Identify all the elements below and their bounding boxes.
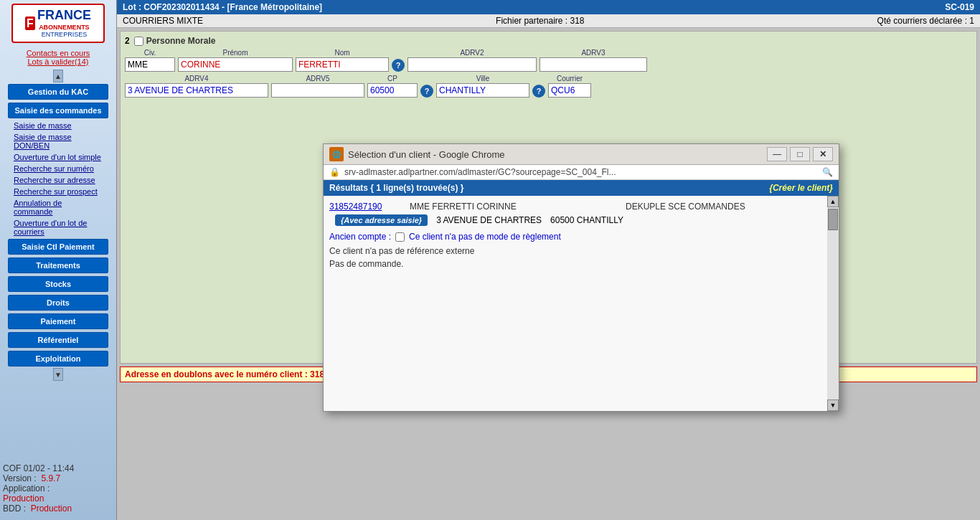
sidebar-bottom-info: COF 01/02 - 11:44 Version : 5.9.7 Applic… — [0, 460, 116, 516]
browser-icon: 🌐 — [329, 147, 344, 161]
gestion-kac-btn[interactable]: Gestion du KAC — [8, 84, 108, 100]
cp-label: CP — [367, 75, 418, 82]
fichier-partenaire: Fichier partenaire : 318 — [496, 16, 584, 26]
help-btn-1[interactable]: ? — [392, 59, 405, 72]
ouverture-lot-courriers-link[interactable]: Ouverture d'un lot de courriers — [8, 217, 108, 237]
logo-abonnements: ABONNEMENTS — [37, 24, 91, 32]
ouverture-lot-link[interactable]: Ouverture d'un lot simple — [8, 151, 108, 163]
address-line1: 3 AVENUE DE CHARTRES — [436, 215, 542, 225]
cof-date: COF 01/02 - 11:44 — [3, 463, 113, 473]
logo: F FRANCE ABONNEMENTS ENTREPRISES — [11, 4, 105, 43]
avec-adresse-btn[interactable]: {Avec adresse saisie} — [335, 214, 428, 226]
traitements-btn[interactable]: Traitements — [8, 257, 108, 273]
ancien-compte-row: Ancien compte : Ce client n'a pas de mod… — [329, 232, 833, 242]
address-line2: 60500 CHANTILLY — [550, 215, 623, 225]
adrv5-label: ADRV5 — [271, 75, 364, 82]
no-reference-text: Ce client n'a pas de référence externe — [329, 246, 833, 256]
no-commande-text: Pas de commande. — [329, 259, 833, 269]
field-row-2: ADRV4 ADRV5 CP ? Ville ? Courrier — [125, 75, 972, 98]
result-id-link[interactable]: 31852487190 — [329, 202, 401, 212]
minimize-btn[interactable]: — — [767, 147, 787, 161]
recherche-adresse-link[interactable]: Recherche sur adresse — [8, 174, 108, 186]
courriers-type: COURRIERS MIXTE — [123, 16, 203, 26]
contacts-link[interactable]: Contacts en cours — [27, 49, 90, 57]
logo-france: FRANCE — [37, 8, 91, 24]
ville-input[interactable] — [436, 83, 529, 98]
cp-group: CP — [367, 75, 418, 98]
results-count: Résultats { 1 ligne(s) trouvée(s) } — [329, 183, 463, 193]
ancien-compte-label: Ancien compte : — [329, 232, 391, 242]
adrv4-group: ADRV4 — [125, 75, 268, 98]
version-label: Version : — [3, 473, 37, 483]
field-row-1: Civ. Prénom Nom ? ADRV2 ADRV3 — [125, 49, 972, 72]
app-value: Production — [3, 493, 44, 504]
scrollbar-up-btn[interactable]: ▲ — [827, 196, 839, 207]
civ-group: Civ. — [125, 49, 175, 72]
top-bar: Lot : COF202302011434 - [France Métropol… — [117, 0, 980, 14]
popup-url-bar: 🔒 srv-adlmaster.adlpartner.com/adlmaster… — [324, 165, 839, 180]
prenom-group: Prénom — [178, 49, 293, 72]
popup-results-header: Résultats { 1 ligne(s) trouvée(s) } {Cré… — [324, 180, 839, 196]
personne-morale-label: Personne Morale — [146, 36, 216, 46]
adrv2-input[interactable] — [407, 57, 537, 72]
nom-input[interactable] — [296, 57, 389, 72]
recherche-numero-link[interactable]: Recherche sur numéro — [8, 163, 108, 174]
adrv5-input[interactable] — [271, 83, 364, 98]
saisie-commandes-btn[interactable]: Saisie des commandes — [8, 103, 108, 118]
adrv4-input[interactable] — [125, 83, 268, 98]
result-name: MME FERRETTI CORINNE — [410, 202, 617, 212]
scrollbar-down-btn[interactable]: ▼ — [827, 400, 839, 411]
url-text: srv-adlmaster.adlpartner.com/adlmaster/G… — [344, 167, 818, 177]
saisie-masse-don-link[interactable]: Saisie de masse DON/BEN — [8, 131, 108, 151]
lot-code: SC-019 — [945, 2, 974, 12]
courrier-input[interactable] — [548, 83, 591, 98]
adrv2-group: ADRV2 — [407, 49, 537, 72]
exploitation-btn[interactable]: Exploitation — [8, 351, 108, 367]
prenom-input[interactable] — [178, 57, 293, 72]
civ-label: Civ. — [125, 49, 175, 57]
app-label: Application : — [3, 483, 50, 493]
row-number: 2 — [125, 36, 130, 46]
nom-group: Nom — [296, 49, 389, 72]
popup-content: 31852487190 MME FERRETTI CORINNE DEKUPLE… — [324, 196, 839, 411]
referentiel-btn[interactable]: Référentiel — [8, 332, 108, 348]
main-content: Lot : COF202302011434 - [France Métropol… — [117, 0, 980, 520]
bdd-value: Production — [31, 504, 72, 514]
qte-courriers: Qté courriers déclarée : 1 — [877, 16, 974, 26]
ville-group: Ville — [436, 75, 529, 98]
adrv4-label: ADRV4 — [125, 75, 268, 82]
stocks-btn[interactable]: Stocks — [8, 276, 108, 292]
paiement-btn[interactable]: Paiement — [8, 313, 108, 329]
popup-title-left: 🌐 Sélection d'un client - Google Chrome — [329, 147, 505, 161]
annulation-commande-link[interactable]: Annulation de commande — [8, 197, 108, 217]
version-value: 5.9.7 — [41, 473, 60, 483]
prenom-label: Prénom — [178, 49, 293, 57]
scrollbar-thumb[interactable] — [828, 209, 838, 230]
personne-morale-checkbox[interactable] — [134, 37, 143, 46]
civ-input[interactable] — [125, 57, 175, 72]
contact-links: Contacts en cours Lots à valider(14) — [27, 49, 90, 66]
sidebar-scroll-down[interactable]: ▼ — [53, 368, 63, 381]
popup-titlebar: 🌐 Sélection d'un client - Google Chrome … — [324, 144, 839, 165]
adrv3-label: ADRV3 — [540, 49, 647, 57]
maximize-btn[interactable]: □ — [790, 147, 810, 161]
ancien-compte-checkbox[interactable] — [395, 232, 405, 242]
result-row: 31852487190 MME FERRETTI CORINNE DEKUPLE… — [329, 202, 833, 212]
help-btn-ville[interactable]: ? — [532, 85, 545, 98]
recherche-prospect-link[interactable]: Recherche sur prospect — [8, 186, 108, 197]
saisie-ctl-paiement-btn[interactable]: Saisie Ctl Paiement — [8, 239, 108, 255]
sidebar-scroll-up[interactable]: ▲ — [53, 70, 63, 82]
droits-btn[interactable]: Droits — [8, 295, 108, 311]
address-row: {Avec adresse saisie} 3 AVENUE DE CHARTR… — [329, 214, 833, 226]
adrv3-group: ADRV3 — [540, 49, 647, 72]
help-btn-cp[interactable]: ? — [420, 85, 433, 98]
close-btn[interactable]: ✕ — [813, 147, 833, 161]
adrv3-input[interactable] — [540, 57, 647, 72]
saisie-masse-link[interactable]: Saisie de masse — [8, 120, 108, 131]
create-client-btn[interactable]: {Créer le client} — [769, 183, 833, 193]
url-search-icon[interactable]: 🔍 — [822, 167, 833, 177]
lot-title: Lot : COF202302011434 - [France Métropol… — [123, 2, 322, 12]
sidebar: F FRANCE ABONNEMENTS ENTREPRISES Contact… — [0, 0, 117, 520]
cp-input[interactable] — [367, 83, 418, 98]
lots-link[interactable]: Lots à valider(14) — [27, 57, 90, 66]
